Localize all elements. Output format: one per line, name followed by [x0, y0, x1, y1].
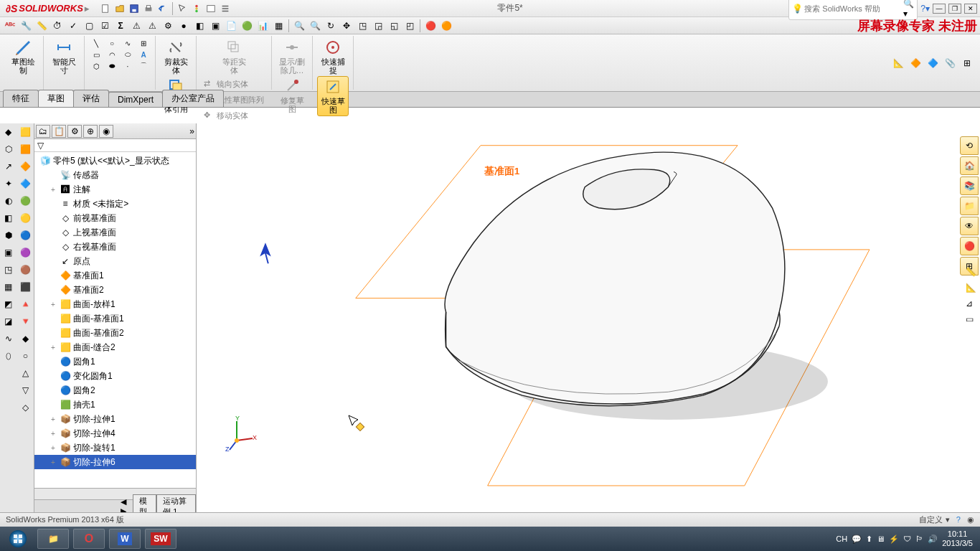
- start-button[interactable]: [3, 528, 33, 550]
- sum-icon[interactable]: Σ: [113, 19, 128, 33]
- left-tool2-2[interactable]: 🔶: [18, 159, 32, 174]
- close-button[interactable]: ✕: [964, 4, 977, 14]
- tree-item[interactable]: ◇上视基准面: [34, 225, 196, 240]
- status-right[interactable]: 自定义: [919, 515, 943, 524]
- arc-button[interactable]: ◠: [105, 49, 119, 60]
- left-tool-4[interactable]: ◐: [1, 194, 16, 208]
- tray-icon[interactable]: 💬: [852, 534, 862, 544]
- left-tool-12[interactable]: ∿: [1, 331, 16, 346]
- offset-button[interactable]: 等距实体: [218, 37, 250, 76]
- left-tool2-15[interactable]: ▽: [18, 383, 32, 397]
- left-tool2-4[interactable]: 🟢: [18, 194, 32, 208]
- tree-item[interactable]: +🅰注解: [34, 182, 196, 197]
- left-tool2-16[interactable]: ◇: [18, 400, 32, 415]
- ellipse-button[interactable]: ⬭: [121, 49, 135, 60]
- point-button[interactable]: ·: [121, 60, 135, 72]
- cmd-tab-3[interactable]: DimXpert: [108, 92, 163, 107]
- tree-item[interactable]: +📦切除-旋转1: [34, 441, 196, 455]
- taskbar-word[interactable]: W: [109, 529, 141, 549]
- tray-icon[interactable]: ⚡: [889, 534, 899, 544]
- select-button[interactable]: [176, 2, 189, 15]
- left-tool2-12[interactable]: ◆: [18, 331, 32, 346]
- help-button[interactable]: ?▾: [920, 4, 930, 14]
- ribbon-btn4[interactable]: 📎: [943, 56, 957, 70]
- chart-icon[interactable]: 📊: [255, 19, 270, 33]
- check-icon[interactable]: ✓: [66, 19, 80, 33]
- zoom-area-icon[interactable]: 🔍: [308, 19, 322, 33]
- tray-icon[interactable]: 🏳: [915, 534, 923, 543]
- warn2-icon[interactable]: ⚠: [145, 19, 159, 33]
- model-body[interactable]: [445, 152, 785, 406]
- left-tool2-5[interactable]: 🟡: [18, 211, 32, 225]
- open-button[interactable]: [113, 2, 126, 15]
- doc-icon[interactable]: 📄: [224, 19, 238, 33]
- tray-icon[interactable]: 🛡: [903, 534, 911, 543]
- tree-item[interactable]: +🟨曲面-放样1: [34, 297, 196, 311]
- search-icon[interactable]: 🔍▾: [903, 0, 914, 19]
- tray-icon[interactable]: 🖥: [877, 534, 885, 543]
- graphics-viewport[interactable]: 🔍 🔎 ↩ ◫ 📦▾ ◳▾ 👁▾ 🔴▾ 🌅▾ 🖥 ◫ ◫ — ❐ ✕ ⟲ 🏠 📚…: [197, 123, 980, 512]
- minimize-button[interactable]: —: [933, 4, 946, 14]
- spellcheck-icon[interactable]: ᴬᴮᶜ: [3, 19, 17, 33]
- rotate-icon[interactable]: ↻: [324, 19, 338, 33]
- move-button[interactable]: ✥移动实体: [201, 108, 267, 123]
- quick-snap-button[interactable]: 快速捕捉: [317, 37, 349, 76]
- tree-item[interactable]: 🟨曲面-基准面2: [34, 326, 196, 340]
- tree-item[interactable]: +📦切除-拉伸6: [34, 455, 196, 469]
- circle-button[interactable]: ○: [105, 37, 119, 49]
- tree-item[interactable]: +📦切除-拉伸4: [34, 426, 196, 441]
- left-tool2-8[interactable]: 🟤: [18, 263, 32, 277]
- left-tool-7[interactable]: ▣: [1, 245, 16, 260]
- restore-button[interactable]: ❐: [948, 4, 961, 14]
- left-tool-1[interactable]: ⬡: [1, 142, 16, 156]
- cmd-tab-0[interactable]: 特征: [3, 90, 39, 107]
- taskbar-opera[interactable]: O: [73, 529, 105, 549]
- ime-indicator[interactable]: CH: [836, 534, 847, 543]
- grid-button[interactable]: ⊞: [136, 37, 151, 49]
- trim-button[interactable]: 剪裁实体: [160, 37, 192, 76]
- gear-icon[interactable]: ⚙: [161, 19, 175, 33]
- left-tool2-9[interactable]: ⬛: [18, 280, 32, 294]
- tiles-icon[interactable]: ▦: [271, 19, 286, 33]
- cube1-icon[interactable]: ◳: [355, 19, 369, 33]
- left-tool-9[interactable]: ▦: [1, 280, 16, 294]
- left-tool-5[interactable]: ◧: [1, 211, 16, 225]
- gauge-icon[interactable]: ⏱: [50, 19, 65, 33]
- cmd-tab-2[interactable]: 评估: [73, 90, 109, 107]
- ribbon-btn3[interactable]: 🔷: [925, 56, 940, 70]
- tree-item[interactable]: 🔵圆角1: [34, 354, 196, 369]
- section-icon[interactable]: ◰: [402, 19, 417, 33]
- warn-icon[interactable]: ⚠: [129, 19, 143, 33]
- sphere-icon[interactable]: ●: [176, 19, 191, 33]
- cmd-tab-4[interactable]: 办公室产品: [162, 90, 224, 107]
- show-delete-button[interactable]: 显示/删除几…: [276, 37, 308, 76]
- left-tool-13[interactable]: ⬯: [1, 349, 16, 363]
- tree-item[interactable]: ↙原点: [34, 254, 196, 268]
- fm-tab-config[interactable]: ⚙: [67, 125, 82, 138]
- ribbon-btn2[interactable]: 🔶: [908, 56, 923, 70]
- green-icon[interactable]: 🟢: [240, 19, 254, 33]
- cube2-icon[interactable]: ◲: [371, 19, 385, 33]
- fillet-button[interactable]: ⌒: [136, 60, 151, 72]
- taskbar-clock[interactable]: 10:11 2013/3/5: [942, 529, 973, 548]
- undo-button[interactable]: [156, 2, 169, 15]
- left-tool-11[interactable]: ◪: [1, 314, 16, 329]
- left-tool2-7[interactable]: 🟣: [18, 245, 32, 260]
- check2-icon[interactable]: ☑: [98, 19, 112, 33]
- tree-root[interactable]: 🧊 零件5 (默认<<默认>_显示状态: [34, 154, 196, 168]
- smart-dimension-button[interactable]: 智能尺寸: [48, 37, 80, 76]
- ribbon-btn1[interactable]: 📐: [891, 56, 905, 70]
- left-tool-3[interactable]: ✦: [1, 176, 16, 191]
- left-tool2-11[interactable]: 🔻: [18, 314, 32, 329]
- scene-icon[interactable]: 🟠: [439, 19, 453, 33]
- tree-item[interactable]: 🔵圆角2: [34, 383, 196, 397]
- left-tool2-6[interactable]: 🔵: [18, 228, 32, 242]
- tree-item[interactable]: +🟨曲面-缝合2: [34, 340, 196, 354]
- traffic-button[interactable]: [190, 2, 203, 15]
- fm-tab-dim[interactable]: ⊕: [83, 125, 98, 138]
- poly-button[interactable]: ⬡: [89, 60, 103, 72]
- tree-item[interactable]: ≡材质 <未指定>: [34, 197, 196, 211]
- tree-item[interactable]: 📡传感器: [34, 168, 196, 182]
- pan-icon[interactable]: ✥: [339, 19, 354, 33]
- search-input[interactable]: [804, 4, 903, 13]
